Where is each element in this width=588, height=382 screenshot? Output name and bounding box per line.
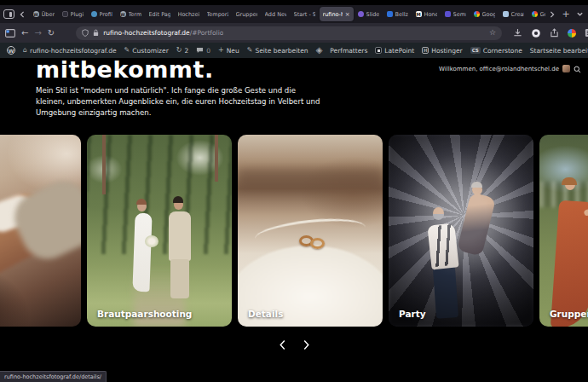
back-button[interactable]: ← (21, 29, 28, 38)
group-photo (539, 135, 588, 327)
home-icon: ⌂ (23, 47, 27, 54)
tracking-shield-icon[interactable] (82, 29, 89, 37)
profile-favicon-icon (91, 11, 97, 17)
gallery-card-hands[interactable] (0, 135, 81, 327)
url-text: rufino-hochzeitsfotograf.de/#Portfolio (103, 29, 223, 37)
hostinger-icon: H (422, 47, 429, 54)
browser-toolbar: ← → ↻ rufino-hochzeitsfotograf.de/#Portf… (0, 23, 588, 43)
bellza-favicon-icon (387, 11, 393, 17)
tab-profil[interactable]: Profil (88, 7, 116, 21)
plugin-favicon-icon (62, 11, 68, 17)
wp-logo-menu[interactable]: W (7, 46, 15, 55)
reload-button[interactable]: ↻ (48, 29, 55, 38)
tab-start-se[interactable]: Start - Se (291, 7, 319, 21)
browser-window: WÜber Plugin Profil WTermi Edit Page Hoc… (0, 0, 588, 382)
reader-grid-icon[interactable] (585, 28, 588, 38)
honeybook-favicon-icon: M (416, 11, 422, 17)
page-content: Willkommen, office@rolandhentschel.de mi… (0, 58, 588, 382)
gallery-card-party[interactable]: Party (389, 135, 533, 327)
tab-hochzeits[interactable]: Hochzeits (175, 7, 203, 21)
welcome-text: Willkommen, office@rolandhentschel.de (439, 66, 559, 72)
tab-honey[interactable]: MHoney (412, 7, 441, 21)
edit-page-menu[interactable]: ✎Seite bearbeiten (247, 47, 308, 55)
updates-menu[interactable]: ↻2 (176, 47, 188, 55)
wp-account-menu[interactable]: Willkommen, office@rolandhentschel.de (439, 61, 581, 77)
pencil-icon: ✎ (247, 47, 253, 54)
customizer-menu[interactable]: ✎Customizer (124, 47, 169, 55)
gallery-card-gruppenbilder[interactable]: Gruppenbilder (539, 135, 588, 327)
tab-creat[interactable]: Creat (499, 7, 527, 21)
perfmatters-menu[interactable]: Perfmatters (330, 47, 367, 55)
tab-bar: WÜber Plugin Profil WTermi Edit Page Hoc… (0, 5, 588, 23)
site-name-menu[interactable]: ⌂rufino-hochzeitsfotograf.de (23, 47, 117, 55)
new-tab-button[interactable]: + (559, 8, 573, 21)
google-favicon-icon (474, 11, 480, 17)
close-tab-icon[interactable]: × (345, 11, 350, 18)
wordpress-icon: W (120, 11, 126, 17)
tab-rufino-active[interactable]: rufino-h× (320, 7, 354, 21)
edit-homepage-menu[interactable]: Startseite bearbeiten (530, 47, 588, 55)
tab-strip: WÜber Plugin Profil WTermi Edit Page Hoc… (29, 5, 545, 23)
scroll-tabs-right-icon[interactable] (545, 8, 559, 21)
comment-bubble-icon (196, 47, 204, 54)
tab-goo[interactable]: Goo (528, 7, 546, 21)
gallery-card-details[interactable]: Details (238, 135, 383, 327)
page-title: mitbekommt. (36, 56, 214, 83)
scroll-tabs-left-icon[interactable] (15, 8, 29, 21)
tab-add-new[interactable]: Add New (262, 7, 290, 21)
google-favicon-icon (532, 11, 538, 17)
elementor-menu[interactable]: ◈ (316, 46, 323, 55)
comments-menu[interactable]: 0 (196, 47, 210, 55)
url-bar[interactable]: rufino-hochzeitsfotograf.de/#Portfolio ☆ (76, 26, 502, 40)
toolbar-actions (513, 28, 588, 38)
tab-googl[interactable]: Googl (470, 7, 499, 21)
gallery-card-brautpaarshooting[interactable]: Brautpaarshooting (87, 135, 232, 327)
slide-favicon-icon (358, 11, 364, 17)
slider-next-button[interactable] (298, 338, 314, 351)
plus-icon: + (218, 47, 224, 54)
intro-paragraph: Mein Stil ist "modern und natürlich". Ic… (36, 85, 324, 119)
tab-temporaer[interactable]: Temporär (204, 7, 232, 21)
lock-icon[interactable] (93, 29, 99, 37)
couple-photo (87, 135, 232, 327)
tab-bellza[interactable]: Bellza (383, 7, 412, 21)
slider-navigation (0, 338, 588, 351)
diamond-icon: ◈ (316, 46, 323, 55)
link-preview-statusbar: rufino-hochzeitsfotograf.de/details/ (0, 371, 107, 382)
rings-photo (238, 135, 383, 327)
wordpress-logo-icon: W (7, 46, 15, 55)
search-icon[interactable] (574, 61, 581, 77)
tab-ueber[interactable]: WÜber (30, 7, 58, 21)
new-content-menu[interactable]: +Neu (218, 47, 239, 55)
sems-favicon-icon (445, 11, 451, 17)
slider-prev-button[interactable] (274, 338, 290, 351)
latepoint-icon (375, 47, 382, 54)
tab-slide[interactable]: Slide (355, 7, 383, 21)
cornerstone-menu[interactable]: CSCornerstone (470, 47, 522, 55)
doc-favicon-icon (503, 11, 509, 17)
tab-termi[interactable]: WTermi (117, 7, 145, 21)
downloads-icon[interactable] (513, 28, 522, 38)
sidebar-toggle-icon[interactable] (5, 29, 15, 38)
cornerstone-icon: CS (470, 47, 481, 54)
share-icon[interactable] (550, 28, 559, 38)
brush-icon: ✎ (124, 47, 130, 54)
party-photo (389, 135, 533, 327)
firefox-view-icon[interactable] (2, 8, 15, 21)
list-all-tabs-icon[interactable] (573, 8, 586, 21)
wordpress-icon: W (33, 11, 39, 17)
portfolio-gallery: Brautpaarshooting Details (0, 135, 588, 327)
tab-plugin[interactable]: Plugin (59, 7, 87, 21)
tab-edit-page[interactable]: Edit Page (146, 7, 174, 21)
account-icon[interactable] (531, 28, 541, 38)
tab-gruppenb[interactable]: Gruppenb (233, 7, 261, 21)
bookmark-star-icon[interactable]: ☆ (489, 29, 496, 37)
latepoint-menu[interactable]: LatePoint (375, 47, 414, 55)
forward-button[interactable]: → (34, 29, 41, 38)
hostinger-menu[interactable]: HHostinger (422, 47, 462, 55)
hands-photo (0, 135, 81, 327)
avatar (562, 65, 570, 72)
tab-sems[interactable]: Sems (441, 7, 470, 21)
updates-icon: ↻ (176, 47, 182, 54)
extension-colorwheel-icon[interactable] (568, 29, 576, 38)
